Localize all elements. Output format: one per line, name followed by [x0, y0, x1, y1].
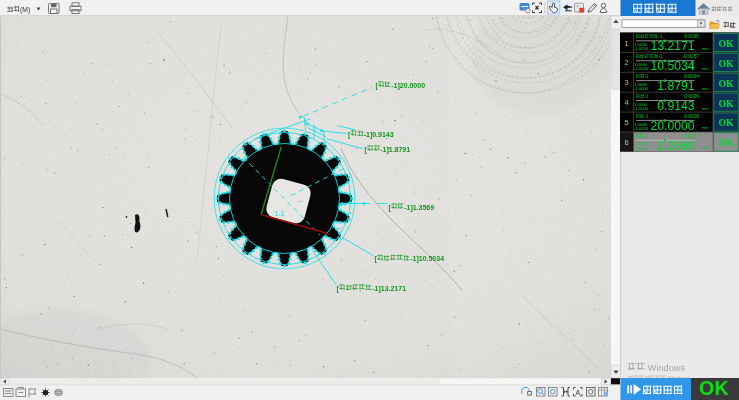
- svg-text:2: 2: [624, 58, 628, 67]
- svg-text:-1: -1: [645, 94, 650, 99]
- svg-text:mm: mm: [702, 106, 710, 111]
- svg-text:1: 1: [624, 39, 628, 48]
- svg-text:OK: OK: [718, 58, 734, 69]
- svg-text:mm: mm: [702, 46, 710, 51]
- svg-text:(M): (M): [20, 6, 30, 14]
- svg-text:-1.0000: -1.0000: [634, 106, 649, 111]
- svg-text:mm: mm: [702, 145, 710, 150]
- svg-text:6: 6: [624, 138, 628, 147]
- svg-text:-1]1.3569: -1]1.3569: [404, 204, 434, 212]
- svg-text:-1: -1: [645, 74, 650, 79]
- svg-text:OK: OK: [699, 377, 729, 399]
- svg-text:OK: OK: [718, 137, 734, 148]
- svg-text:3: 3: [624, 78, 628, 87]
- svg-text:4: 4: [624, 98, 628, 107]
- svg-text:OK: OK: [718, 98, 734, 109]
- svg-text:-1]10.5034: -1]10.5034: [410, 255, 444, 263]
- svg-text:-1.0000: -1.0000: [634, 86, 649, 91]
- svg-text:A: A: [576, 389, 581, 396]
- svg-text:-1]1.8791: -1]1.8791: [380, 146, 410, 154]
- svg-text:-1.0000: -1.0000: [634, 46, 649, 51]
- svg-text:-1]13.2171: -1]13.2171: [372, 285, 406, 293]
- svg-text:20.0000: 20.0000: [650, 119, 694, 133]
- svg-text:OK: OK: [718, 38, 734, 49]
- svg-text:-1: -1: [645, 134, 650, 139]
- svg-text:-1.0000: -1.0000: [634, 126, 649, 131]
- svg-text:1.8791: 1.8791: [657, 79, 694, 93]
- svg-text:-1: -1: [645, 114, 650, 119]
- svg-text:Windows: Windows: [648, 363, 686, 373]
- svg-text:5: 5: [624, 118, 628, 127]
- svg-text:10.5034: 10.5034: [650, 59, 694, 73]
- svg-text:-1]0.9143: -1]0.9143: [364, 131, 394, 139]
- svg-text:13.2171: 13.2171: [650, 39, 694, 53]
- svg-text:0.9143: 0.9143: [657, 99, 694, 113]
- svg-text:mm: mm: [702, 125, 710, 130]
- svg-text:-1.0000: -1.0000: [634, 66, 649, 71]
- svg-text:mm: mm: [702, 86, 710, 91]
- svg-text:-1]20.0000: -1]20.0000: [391, 82, 425, 90]
- svg-text:-1.0000: -1.0000: [634, 146, 649, 151]
- svg-text:1-1: 1-1: [275, 210, 285, 217]
- svg-text:1.3569: 1.3569: [657, 139, 694, 153]
- svg-text:OK: OK: [718, 78, 734, 89]
- svg-text:mm: mm: [702, 66, 710, 71]
- svg-text:OK: OK: [718, 117, 734, 128]
